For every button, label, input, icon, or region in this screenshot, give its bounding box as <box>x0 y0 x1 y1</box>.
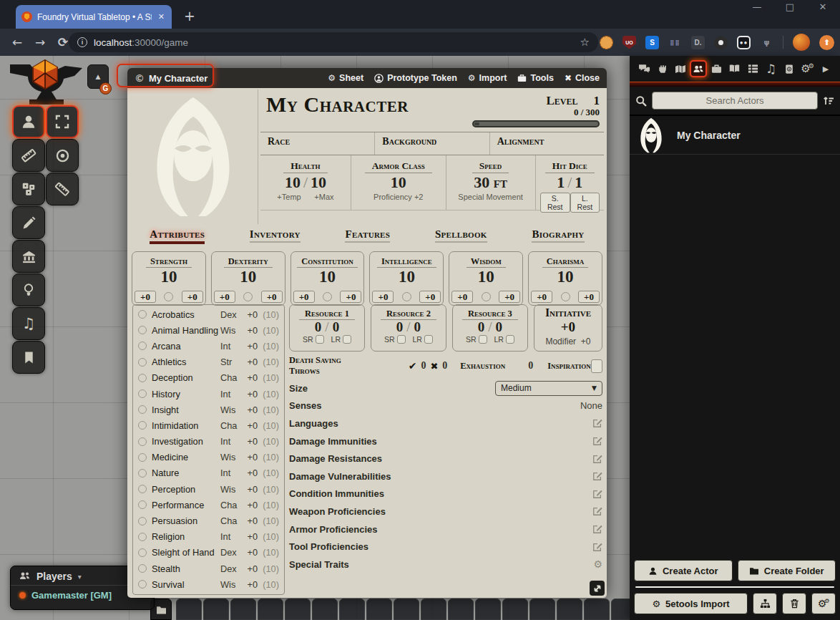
profile-avatar[interactable] <box>793 34 810 51</box>
resource-max[interactable]: 0 <box>333 319 340 334</box>
proficiency-radio[interactable] <box>138 580 147 588</box>
proficiency-radio[interactable] <box>138 517 147 525</box>
detail-field[interactable]: Background <box>374 132 489 155</box>
trait-row[interactable]: Damage Immunities ▼ ⚙ <box>289 432 602 450</box>
ability-name[interactable]: Charisma <box>542 256 589 268</box>
death-success-count[interactable]: 0 <box>416 360 430 372</box>
macro-slot[interactable] <box>475 599 501 620</box>
skill-name[interactable]: Perception <box>152 484 220 495</box>
proficiency-radio[interactable] <box>138 437 147 446</box>
lighting-controls-button[interactable] <box>12 273 45 306</box>
exhaustion-value[interactable]: 0 <box>524 360 537 372</box>
ability-name[interactable]: Wisdom <box>467 256 506 268</box>
sheet-tab[interactable]: Biography <box>532 228 584 248</box>
skill-row[interactable]: Intimidation Cha +0 (10) <box>133 417 284 433</box>
resource-value[interactable]: 0 <box>396 319 404 334</box>
detail-field[interactable]: Alignment <box>489 132 604 155</box>
ability-name[interactable]: Dexterity <box>224 256 273 268</box>
edit-icon[interactable] <box>592 489 602 499</box>
skill-row[interactable]: Survival Wis +0 (10) <box>133 576 284 592</box>
dots-extension-icon[interactable]: ●● <box>737 36 751 49</box>
initiative-value[interactable]: +0 <box>534 319 602 335</box>
forward-icon[interactable]: → <box>29 35 52 49</box>
armor-class-stat[interactable]: Armor Class 10 Proficiency +2 <box>351 155 446 210</box>
tab-combat[interactable] <box>653 60 670 77</box>
tab-settings[interactable]: ⚙⚙ <box>799 60 816 77</box>
game-canvas[interactable]: ▲ ♫ <box>0 56 840 620</box>
sidebar-collapse-button[interactable]: ▶ <box>817 60 834 77</box>
proficiency-radio[interactable] <box>243 292 253 301</box>
trait-row[interactable]: Senses None▼ None ⚙ <box>289 397 602 415</box>
settings-button[interactable]: ⚙⚙ <box>811 593 836 614</box>
notes-controls-button[interactable] <box>12 341 45 374</box>
skill-row[interactable]: Insight Wis +0 (10) <box>133 402 284 417</box>
skill-name[interactable]: Religion <box>152 531 220 542</box>
address-bar[interactable]: i localhost:30000/game ☆ <box>69 32 598 52</box>
skill-name[interactable]: Investigation <box>152 436 220 447</box>
edit-icon[interactable] <box>592 454 602 464</box>
skill-row[interactable]: Investigation Int +0 (10) <box>133 434 284 450</box>
tab-compendium[interactable] <box>781 60 798 77</box>
sheet-tab[interactable]: Features <box>345 228 390 248</box>
trait-row[interactable]: Languages ▼ ⚙ <box>289 415 602 432</box>
skill-name[interactable]: Insight <box>152 405 220 415</box>
d-extension-icon[interactable]: D. <box>691 36 705 49</box>
detail-field[interactable]: Race <box>260 132 374 155</box>
proficiency-radio[interactable] <box>138 485 147 493</box>
proficiency-radio[interactable] <box>138 564 147 573</box>
death-success-icon[interactable]: ✔ <box>409 360 417 372</box>
macro-slot[interactable] <box>502 599 528 620</box>
skill-row[interactable]: Sleight of Hand Dex +0 (10) <box>133 545 284 561</box>
bookmark-star-icon[interactable]: ☆ <box>580 36 590 49</box>
fork-extension-icon[interactable]: ψ <box>760 36 773 49</box>
ability-block[interactable]: Dexterity 10 +0 +0 <box>211 251 285 306</box>
short-rest-button[interactable]: S. Rest <box>540 193 570 213</box>
trait-row[interactable]: Condition Immunities ▼ ⚙ <box>289 485 602 503</box>
resource-box[interactable]: Resource 10/0SRLR <box>289 304 365 352</box>
proficiency-radio[interactable] <box>164 292 173 301</box>
sheet-tab[interactable]: Spellbook <box>435 228 487 248</box>
ublock-extension-icon[interactable]: UO <box>622 36 636 49</box>
import-button[interactable]: ⚙Import <box>468 73 507 83</box>
skill-name[interactable]: Athletics <box>152 357 220 367</box>
ability-score[interactable]: 10 <box>370 268 443 286</box>
close-window-button[interactable]: ✖Close <box>565 73 600 83</box>
ability-save[interactable]: +0 <box>135 291 156 303</box>
edit-icon[interactable] <box>592 418 602 428</box>
temp-hp-field[interactable]: +Temp <box>277 193 301 201</box>
skill-row[interactable]: Deception Cha +0 (10) <box>133 370 284 386</box>
hit-dice-stat[interactable]: Hit Dice 1/1 S. Rest L. Rest <box>535 155 604 210</box>
skill-name[interactable]: Deception <box>152 372 220 383</box>
create-folder-button[interactable]: Create Folder <box>738 560 836 581</box>
tab-chat[interactable] <box>635 60 653 77</box>
ability-save[interactable]: +0 <box>531 291 552 303</box>
skill-row[interactable]: Athletics Str +0 (10) <box>133 354 284 370</box>
new-tab-button[interactable]: + <box>180 7 199 26</box>
long-rest-button[interactable]: L. Rest <box>570 193 600 213</box>
trait-row[interactable]: Armor Proficiencies ▼ ⚙ <box>289 520 602 538</box>
ability-score[interactable]: 10 <box>132 268 205 286</box>
ability-save[interactable]: +0 <box>372 291 394 303</box>
skill-row[interactable]: Animal Handling Wis +0 (10) <box>133 322 284 338</box>
short-rest-checkbox[interactable] <box>479 335 487 344</box>
proficiency-radio[interactable] <box>323 292 332 301</box>
window-close-icon[interactable]: ✕ <box>816 1 830 12</box>
inspiration-checkbox[interactable] <box>591 359 602 373</box>
tab-scenes[interactable] <box>672 60 689 77</box>
sheet-tab[interactable]: Attributes <box>150 228 205 248</box>
macro-slot[interactable] <box>258 599 283 620</box>
special-movement-field[interactable]: Special Movement <box>458 193 523 201</box>
ability-score[interactable]: 10 <box>291 268 364 286</box>
resource-max[interactable]: 0 <box>496 319 503 334</box>
ability-mod[interactable]: +0 <box>419 291 441 303</box>
edit-icon[interactable] <box>592 542 602 552</box>
character-sheet-window[interactable]: © My Character ⚙Sheet Prototype Token ⚙I… <box>127 68 607 598</box>
skill-row[interactable]: Stealth Dex +0 (10) <box>133 561 284 576</box>
site-info-icon[interactable]: i <box>77 37 87 47</box>
proficiency-radio[interactable] <box>138 421 147 430</box>
macro-slot[interactable] <box>529 599 555 620</box>
proficiency-radio[interactable] <box>138 358 147 367</box>
macro-slot[interactable] <box>312 599 338 620</box>
folder-tree-button[interactable] <box>753 593 777 614</box>
death-failure-icon[interactable]: ✖ <box>430 361 438 372</box>
